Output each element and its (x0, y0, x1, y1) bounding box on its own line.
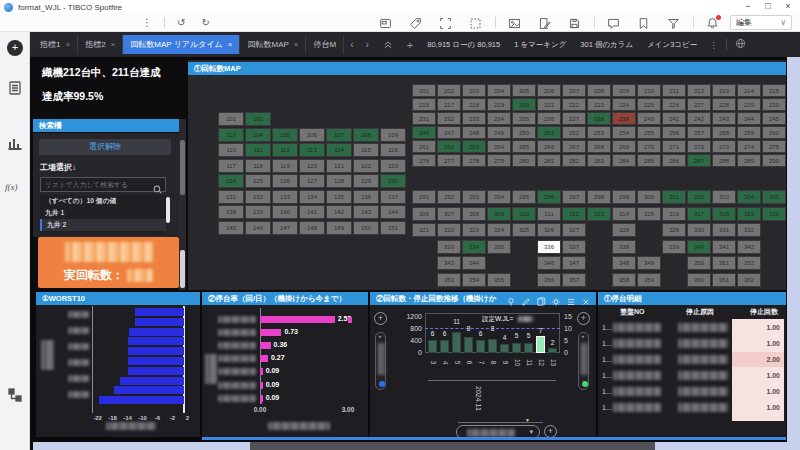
right-zoom-slider[interactable]: ▸ (578, 332, 589, 390)
map-cell-106[interactable]: 106 (299, 128, 325, 142)
map-cell-232[interactable]: 232 (437, 112, 461, 125)
map-cell-317[interactable]: 317 (687, 207, 711, 221)
map-cell-103[interactable]: 103 (218, 128, 244, 142)
map-cell-109[interactable]: 109 (380, 128, 406, 142)
functions-icon[interactable]: f(x) (5, 182, 18, 192)
map-cell-304[interactable]: 304 (737, 190, 761, 204)
map-cell-120[interactable]: 120 (299, 159, 325, 173)
map-cell-238[interactable]: 238 (587, 112, 611, 125)
column-header-machine-no[interactable]: 整盤NO (620, 307, 645, 317)
edit-document-icon[interactable] (538, 16, 552, 30)
map-cell-358[interactable]: 358 (612, 273, 636, 287)
map-cell-209[interactable]: 209 (612, 84, 636, 97)
tag-icon[interactable] (409, 16, 423, 30)
map-cell-250[interactable]: 250 (512, 126, 536, 139)
stop-rate-bar[interactable] (260, 329, 281, 336)
trend-bar[interactable] (500, 344, 509, 353)
map-cell-145[interactable]: 145 (218, 221, 244, 235)
worst10-bar[interactable] (114, 386, 183, 394)
map-cell-262[interactable]: 262 (437, 140, 461, 153)
map-cell-140[interactable]: 140 (272, 205, 298, 219)
map-cell-143[interactable]: 143 (353, 205, 379, 219)
map-cell-269[interactable]: 269 (612, 140, 636, 153)
map-cell-123[interactable]: 123 (380, 159, 406, 173)
map-cell-285[interactable]: 285 (637, 154, 661, 167)
blurred-axis-selector[interactable] (205, 354, 217, 384)
slider-handle-icon[interactable]: ▾ (526, 416, 529, 423)
map-cell-278[interactable]: 278 (462, 154, 486, 167)
map-cell-148[interactable]: 148 (299, 221, 325, 235)
stop-rate-bar[interactable] (260, 342, 271, 349)
map-cell-343[interactable]: 343 (437, 256, 461, 270)
outlier-marker[interactable] (348, 317, 352, 323)
map-cell-313[interactable]: 313 (587, 207, 611, 221)
map-cell-293[interactable]: 293 (462, 190, 486, 204)
map-cell-208[interactable]: 208 (587, 84, 611, 97)
map-cell-257[interactable]: 257 (687, 126, 711, 139)
map-cell-136[interactable]: 136 (353, 190, 379, 204)
map-cell-220[interactable]: 220 (512, 98, 536, 111)
map-cell-243[interactable]: 243 (712, 112, 736, 125)
map-cell-350[interactable]: 350 (687, 256, 711, 270)
tab-close-icon[interactable]: × (228, 40, 233, 49)
pencil-icon[interactable] (521, 293, 532, 303)
map-cell-125[interactable]: 125 (245, 174, 271, 188)
map-cell-121[interactable]: 121 (326, 159, 352, 173)
map-cell-139[interactable]: 139 (245, 205, 271, 219)
map-cell-329[interactable]: 329 (662, 223, 686, 237)
close-button[interactable]: × (778, 0, 798, 13)
column-header-stop-count[interactable]: 停止回数 (750, 307, 778, 317)
map-cell-310[interactable]: 310 (512, 207, 536, 221)
map-cell-263[interactable]: 263 (462, 140, 486, 153)
worst10-bar[interactable] (120, 377, 184, 385)
search-input[interactable] (40, 177, 166, 192)
map-cell-325[interactable]: 325 (512, 223, 536, 237)
map-cell-298[interactable]: 298 (587, 190, 611, 204)
map-cell-301[interactable]: 301 (662, 190, 686, 204)
map-cell-311[interactable]: 311 (537, 207, 561, 221)
map-cell-255[interactable]: 255 (637, 126, 661, 139)
list-icon[interactable] (566, 293, 577, 303)
map-cell-144[interactable]: 144 (380, 205, 406, 219)
map-cell-122[interactable]: 122 (353, 159, 379, 173)
trend-bar[interactable] (548, 348, 557, 353)
map-cell-341[interactable]: 341 (712, 240, 736, 254)
vertical-scrollbar[interactable] (787, 57, 800, 442)
map-cell-267[interactable]: 267 (562, 140, 586, 153)
map-cell-357[interactable]: 357 (562, 273, 586, 287)
map-cell-330[interactable]: 330 (687, 223, 711, 237)
map-cell-101[interactable]: 101 (218, 112, 244, 126)
map-cell-274[interactable]: 274 (737, 140, 761, 153)
map-cell-353[interactable]: 353 (437, 273, 461, 287)
map-cell-349[interactable]: 349 (637, 256, 661, 270)
map-cell-114[interactable]: 114 (326, 143, 352, 157)
map-cell-309[interactable]: 309 (487, 207, 511, 221)
map-cell-294[interactable]: 294 (487, 190, 511, 204)
map-cell-346[interactable]: 346 (537, 256, 561, 270)
map-cell-281[interactable]: 281 (537, 154, 561, 167)
map-cell-131[interactable]: 131 (218, 190, 244, 204)
edit-mode-dropdown[interactable]: 編集∨ (730, 15, 792, 30)
map-cell-113[interactable]: 113 (299, 143, 325, 157)
minimize-button[interactable]: − (738, 0, 758, 13)
detail-header[interactable]: ①停台明細 (598, 292, 786, 305)
map-cell-316[interactable]: 316 (662, 207, 686, 221)
table-row[interactable]: 1...1.00 (598, 323, 786, 337)
maximize-button[interactable]: □ (758, 0, 778, 13)
blue-handle-dot[interactable] (379, 381, 385, 387)
gear-icon[interactable] (551, 293, 562, 303)
map-cell-124[interactable]: 124 (218, 174, 244, 188)
globe-icon[interactable] (735, 38, 746, 51)
map-cell-334[interactable]: 334 (462, 240, 486, 254)
save-icon[interactable] (568, 16, 582, 30)
trend-bar[interactable] (464, 337, 473, 353)
scrollbar-thumb[interactable] (180, 140, 185, 195)
list-scrollbar[interactable] (166, 197, 170, 223)
left-zoom-slider[interactable]: ▸ (375, 332, 386, 390)
map-cell-240[interactable]: 240 (637, 112, 661, 125)
map-cell-110[interactable]: 110 (218, 143, 244, 157)
map-cell-246[interactable]: 246 (412, 126, 436, 139)
map-cell-335[interactable]: 335 (487, 240, 511, 254)
stop-rate-bar[interactable] (260, 382, 263, 389)
tab-scroll-right-icon[interactable]: › (366, 39, 369, 50)
